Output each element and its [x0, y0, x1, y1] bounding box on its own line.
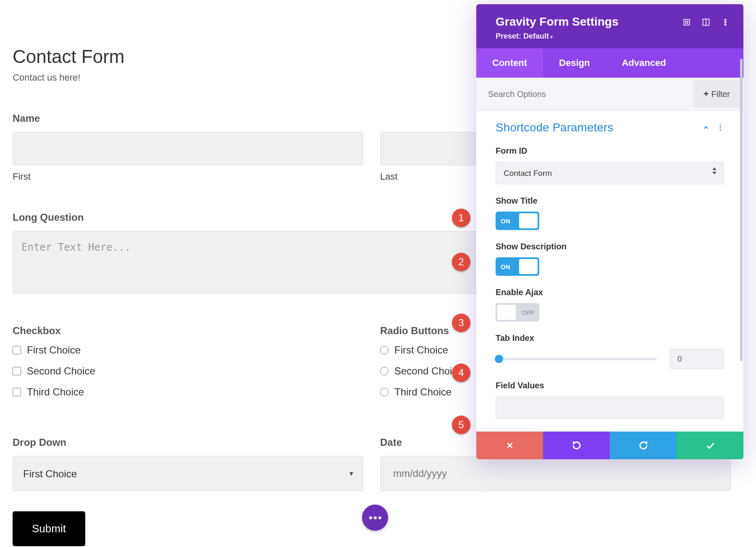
field-values-label: Field Values: [496, 381, 724, 390]
checkbox-1-text: First Choice: [27, 344, 81, 356]
tab-content[interactable]: Content: [476, 48, 543, 78]
show-description-label: Show Description: [496, 242, 724, 251]
annotation-3: 3: [452, 314, 470, 332]
tab-design[interactable]: Design: [543, 48, 606, 78]
svg-rect-0: [684, 19, 689, 25]
columns-icon[interactable]: [701, 18, 711, 27]
show-title-toggle[interactable]: ON: [496, 212, 539, 230]
checkbox-choice-1[interactable]: First Choice: [13, 344, 363, 356]
panel-scrollbar[interactable]: [740, 59, 743, 361]
svg-point-6: [724, 24, 726, 25]
submit-button[interactable]: Submit: [13, 511, 85, 546]
enable-ajax-toggle-state: OFF: [522, 309, 534, 316]
tab-index-slider-thumb[interactable]: [495, 355, 503, 363]
show-title-label: Show Title: [496, 196, 724, 206]
filter-button[interactable]: Filter: [693, 80, 740, 108]
expand-icon[interactable]: [682, 18, 691, 27]
form-id-label: Form ID: [496, 146, 724, 156]
enable-ajax-label: Enable Ajax: [496, 288, 724, 297]
panel-title: Gravity Form Settings: [496, 15, 619, 29]
checkbox-2-input[interactable]: [13, 367, 21, 375]
svg-point-8: [720, 127, 721, 128]
svg-point-4: [724, 19, 726, 21]
undo-button[interactable]: [543, 432, 610, 459]
first-sublabel: First: [13, 171, 363, 182]
checkbox-2-text: Second Choice: [27, 365, 95, 377]
cancel-button[interactable]: [476, 432, 543, 459]
fab-more-button[interactable]: [362, 505, 388, 531]
dropdown-select[interactable]: First Choice: [13, 456, 363, 491]
annotation-1: 1: [452, 209, 470, 227]
section-menu-icon[interactable]: [717, 124, 724, 131]
checkbox-1-input[interactable]: [13, 346, 21, 354]
date-input[interactable]: [380, 456, 731, 491]
checkbox-3-input[interactable]: [13, 388, 21, 396]
form-id-select[interactable]: Contact Form: [496, 162, 724, 184]
annotation-4: 4: [452, 364, 470, 382]
show-description-toggle-state: ON: [501, 263, 510, 270]
panel-header: Gravity Form Settings Preset: Default: [476, 4, 743, 48]
panel-preset-dropdown[interactable]: Preset: Default: [496, 32, 619, 41]
tabs: Content Design Advanced: [476, 48, 743, 78]
search-input[interactable]: [476, 80, 693, 108]
checkbox-choice-3[interactable]: Third Choice: [13, 386, 363, 398]
dropdown-label: Drop Down: [13, 437, 363, 448]
redo-button[interactable]: [610, 432, 677, 459]
radio-2-input[interactable]: [380, 367, 388, 375]
annotation-2: 2: [452, 253, 470, 271]
section-title[interactable]: Shortcode Parameters: [496, 121, 613, 134]
checkbox-label: Checkbox: [13, 325, 363, 337]
svg-rect-1: [686, 21, 688, 24]
enable-ajax-toggle[interactable]: OFF: [496, 303, 539, 322]
filter-label: Filter: [711, 89, 730, 99]
tab-advanced[interactable]: Advanced: [606, 48, 682, 78]
tab-index-slider[interactable]: [496, 358, 657, 360]
kebab-menu-icon[interactable]: [721, 18, 730, 27]
tab-index-value[interactable]: [669, 349, 724, 369]
show-title-toggle-state: ON: [501, 217, 510, 225]
settings-panel: Gravity Form Settings Preset: Default Co…: [476, 4, 743, 459]
svg-point-9: [720, 129, 721, 131]
radio-3-text: Third Choice: [394, 386, 452, 398]
svg-point-7: [720, 125, 721, 126]
section-collapse-icon[interactable]: [702, 124, 710, 131]
radio-1-input[interactable]: [380, 346, 388, 354]
show-description-toggle[interactable]: ON: [496, 257, 539, 276]
checkbox-3-text: Third Choice: [27, 386, 84, 398]
checkbox-choice-2[interactable]: Second Choice: [13, 365, 363, 377]
radio-3-input[interactable]: [380, 388, 388, 396]
save-button[interactable]: [677, 432, 743, 459]
radio-1-text: First Choice: [394, 344, 448, 356]
first-name-input[interactable]: [13, 132, 363, 165]
svg-point-5: [724, 21, 726, 23]
field-values-input[interactable]: [496, 396, 724, 419]
tab-index-label: Tab Index: [496, 333, 724, 343]
annotation-5: 5: [452, 416, 470, 434]
